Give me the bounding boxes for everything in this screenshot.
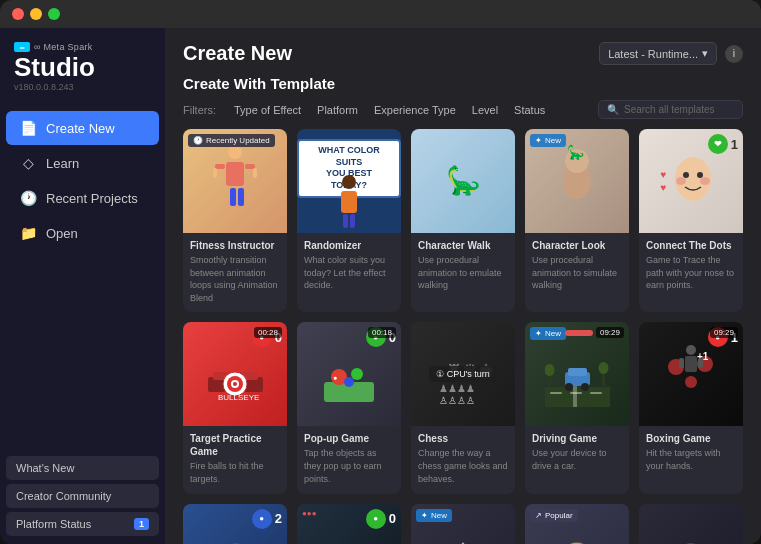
search-icon: 🔍 bbox=[607, 104, 619, 115]
svg-point-17 bbox=[697, 172, 703, 178]
svg-point-16 bbox=[683, 172, 689, 178]
svg-rect-2 bbox=[230, 188, 236, 206]
r3-1-score: ● 2 bbox=[252, 509, 282, 529]
filter-experience-type[interactable]: Experience Type bbox=[366, 101, 464, 119]
card-thumb-target: ● 0 00:28 BULLSEYE bbox=[183, 322, 287, 426]
card-name-fitness: Fitness Instructor bbox=[190, 239, 280, 252]
platform-status-button[interactable]: Platform Status 1 bbox=[6, 512, 159, 536]
target-timer: 00:28 bbox=[254, 327, 282, 338]
studio-title: Studio bbox=[14, 54, 151, 80]
runtime-dropdown[interactable]: Latest - Runtime... ▾ bbox=[599, 42, 717, 65]
badge-new-driving: ✦ New bbox=[530, 327, 566, 340]
driving-timer-area: 09:29 bbox=[565, 327, 624, 338]
whats-new-button[interactable]: What's New bbox=[6, 456, 159, 480]
svg-point-19 bbox=[700, 177, 710, 185]
card-r3-2[interactable]: ● 0 ●●● 🎮 bbox=[297, 504, 401, 544]
filter-status[interactable]: Status bbox=[506, 101, 553, 119]
card-r3-4-thumb: ↗ Popular 🏆 bbox=[525, 504, 629, 544]
star-icon-driving: ✦ bbox=[535, 329, 542, 338]
card-chess[interactable]: ① CPU's turn ♟♟♟♟ ♙♙♙♙ ♜♛♚♝ Chess Change… bbox=[411, 322, 515, 493]
boxing-scene: +1 bbox=[661, 342, 721, 407]
card-thumb-popup: ● 0 00:18 ● bbox=[297, 322, 401, 426]
badge-new-r3-3: ✦ New bbox=[416, 509, 452, 522]
star-icon-r3-3: ✦ bbox=[421, 511, 428, 520]
filter-type-of-effect[interactable]: Type of Effect bbox=[226, 101, 309, 119]
runtime-label: Latest - Runtime... bbox=[608, 48, 698, 60]
sidebar-item-create-new[interactable]: 📄 Create New bbox=[6, 111, 159, 145]
fitness-figure bbox=[208, 144, 263, 219]
chevron-down-icon: ▾ bbox=[702, 47, 708, 60]
filters-bar: Filters: Type of Effect Platform Experie… bbox=[165, 100, 761, 129]
card-name-charwalk: Character Walk bbox=[418, 239, 508, 252]
card-thumb-randomizer: WHAT COLOR SUITSYOU BEST TODAY? bbox=[297, 129, 401, 233]
card-r3-3-thumb: ✦ New ⭐ bbox=[411, 504, 515, 544]
svg-text:🦕: 🦕 bbox=[567, 144, 585, 161]
card-name-randomizer: Randomizer bbox=[304, 239, 394, 252]
card-thumb-charlook: ✦ New 🦕 bbox=[525, 129, 629, 233]
card-desc-boxing: Hit the targets with your hands. bbox=[646, 447, 736, 472]
svg-rect-35 bbox=[545, 387, 610, 407]
logo-meta: ∞ ∞ Meta Spark bbox=[14, 42, 151, 52]
r3-2-score: ● 0 bbox=[366, 509, 396, 529]
svg-point-45 bbox=[545, 364, 555, 376]
card-desc-charwalk: Use procedural animation to emulate walk… bbox=[418, 254, 508, 292]
search-input[interactable] bbox=[624, 104, 734, 115]
card-randomizer[interactable]: WHAT COLOR SUITSYOU BEST TODAY? bbox=[297, 129, 401, 312]
maximize-button[interactable] bbox=[48, 8, 60, 20]
svg-rect-11 bbox=[350, 214, 355, 228]
card-driving-game[interactable]: ✦ New 09:29 bbox=[525, 322, 629, 493]
card-desc-fitness: Smoothly transition between animation lo… bbox=[190, 254, 280, 304]
card-target-practice[interactable]: ● 0 00:28 BULLSEYE bbox=[183, 322, 287, 493]
card-desc-charlook: Use procedural animation to simulate wal… bbox=[532, 254, 622, 292]
card-r3-4[interactable]: ↗ Popular 🏆 bbox=[525, 504, 629, 544]
svg-rect-1 bbox=[226, 162, 244, 186]
randomizer-person bbox=[329, 174, 369, 229]
card-popup-game[interactable]: ● 0 00:18 ● bbox=[297, 322, 401, 493]
card-fitness-instructor[interactable]: 🕐 Recently Updated bbox=[183, 129, 287, 312]
badge-popular-r3-4: ↗ Popular bbox=[530, 509, 578, 522]
r3-2-dots: ●●● bbox=[302, 509, 317, 518]
fire-icon: ↗ bbox=[535, 511, 542, 520]
card-r3-3[interactable]: ✦ New ⭐ bbox=[411, 504, 515, 544]
score-circle-connect: ❤ bbox=[708, 134, 728, 154]
boxing-timer: 09:29 bbox=[710, 327, 738, 338]
card-info-driving: Driving Game Use your device to drive a … bbox=[525, 426, 629, 480]
svg-rect-38 bbox=[570, 392, 582, 394]
card-name-boxing: Boxing Game bbox=[646, 432, 736, 445]
creator-community-button[interactable]: Creator Community bbox=[6, 484, 159, 508]
card-r3-1-thumb: ● 2 🌊 bbox=[183, 504, 287, 544]
sidebar-item-learn[interactable]: ◇ Learn bbox=[6, 146, 159, 180]
section-title: Create With Template bbox=[165, 75, 761, 100]
sidebar-item-recent-projects[interactable]: 🕐 Recent Projects bbox=[6, 181, 159, 215]
svg-rect-55 bbox=[698, 358, 703, 368]
filters-label: Filters: bbox=[183, 104, 216, 116]
target-scene: BULLSEYE bbox=[203, 342, 268, 407]
filter-level[interactable]: Level bbox=[464, 101, 506, 119]
card-r3-2-thumb: ● 0 ●●● 🎮 bbox=[297, 504, 401, 544]
svg-rect-4 bbox=[215, 164, 225, 169]
card-character-walk[interactable]: 🦕 Character Walk Use procedural animatio… bbox=[411, 129, 515, 312]
minimize-button[interactable] bbox=[30, 8, 42, 20]
app-body: ∞ ∞ Meta Spark Studio v180.0.0.8.243 📄 C… bbox=[0, 28, 761, 544]
card-connect-dots[interactable]: ❤ 1 ♥ ♥ bbox=[639, 129, 743, 312]
clock-icon: 🕐 bbox=[193, 136, 203, 145]
card-r3-5-thumb: 🎯 bbox=[639, 504, 743, 544]
card-r3-5[interactable]: 🎯 bbox=[639, 504, 743, 544]
card-desc-driving: Use your device to drive a car. bbox=[532, 447, 622, 472]
close-button[interactable] bbox=[12, 8, 24, 20]
card-character-look[interactable]: ✦ New 🦕 Character Look bbox=[525, 129, 629, 312]
score-num-r3-2: 0 bbox=[389, 511, 396, 526]
info-button[interactable]: i bbox=[725, 45, 743, 63]
card-thumb-boxing: ● 1 09:29 +1 bbox=[639, 322, 743, 426]
svg-rect-6 bbox=[213, 168, 217, 178]
sidebar-item-open[interactable]: 📁 Open bbox=[6, 216, 159, 250]
meta-spark-label: ∞ Meta Spark bbox=[34, 42, 93, 52]
popup-scene: ● bbox=[319, 342, 379, 407]
card-name-popup: Pop-up Game bbox=[304, 432, 394, 445]
card-r3-1[interactable]: ● 2 🌊 bbox=[183, 504, 287, 544]
sidebar-nav: 📄 Create New ◇ Learn 🕐 Recent Projects 📁… bbox=[0, 110, 165, 456]
driving-progress-bar bbox=[565, 330, 593, 336]
card-boxing-game[interactable]: ● 1 09:29 +1 bbox=[639, 322, 743, 493]
filter-platform[interactable]: Platform bbox=[309, 101, 366, 119]
whats-new-label: What's New bbox=[16, 462, 74, 474]
